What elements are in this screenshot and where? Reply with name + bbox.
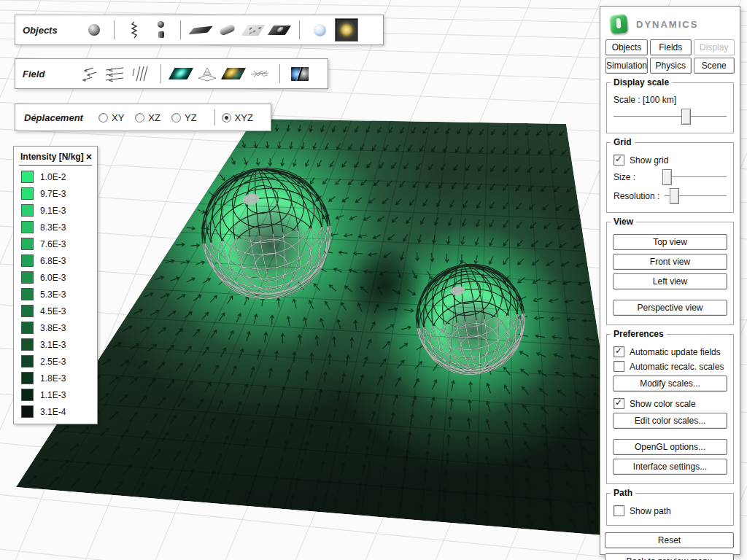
displacement-option-yz[interactable]: YZ	[171, 112, 197, 123]
particle-plate-object-icon[interactable]	[242, 19, 264, 41]
top-view-button[interactable]: Top view	[613, 234, 727, 250]
opengl-options-button[interactable]: OpenGL options...	[613, 439, 727, 455]
grid-group: Grid Show grid Size : Resolution :	[606, 142, 734, 213]
grid-size-slider[interactable]	[664, 169, 727, 184]
slider-track[interactable]	[614, 116, 727, 117]
show-grid-checkbox[interactable]	[614, 155, 624, 166]
radio-icon[interactable]	[171, 113, 181, 122]
legend-value: 3.1E-3	[40, 340, 66, 350]
legend-value: 9.1E-3	[40, 206, 66, 216]
application-window: Objects Field	[0, 0, 747, 560]
preferences-group: Preferences Automatic update fields Auto…	[606, 334, 734, 484]
field-lines-field-icon[interactable]	[104, 63, 125, 85]
edit-color-scales-button[interactable]: Edit color scales...	[613, 413, 727, 429]
legend-color-swatch	[21, 171, 34, 183]
nav-scene-button[interactable]: Scene	[694, 58, 735, 74]
shadow-right	[437, 293, 510, 366]
intensity-plane-field-icon[interactable]	[170, 63, 192, 85]
sphere-object-icon[interactable]	[83, 19, 105, 41]
automatic-update-fields-checkbox[interactable]	[614, 346, 624, 357]
parallel-lines-field-icon[interactable]	[130, 63, 152, 85]
left-view-button[interactable]: Left view	[613, 273, 727, 289]
radio-icon[interactable]	[135, 113, 144, 122]
intensity-plane-yellow-field-icon[interactable]	[222, 63, 244, 85]
nav-buttons: ObjectsFieldsDisplaySimulationPhysicsSce…	[605, 39, 735, 74]
radio-label[interactable]: XZ	[148, 112, 160, 123]
spring-object-icon[interactable]	[123, 19, 145, 41]
front-view-button[interactable]: Front view	[613, 254, 727, 270]
objects-toolbar-label: Objects	[23, 25, 81, 36]
slider-thumb[interactable]	[670, 188, 679, 204]
slider-thumb[interactable]	[681, 109, 691, 125]
legend-value: 6.0E-3	[40, 273, 66, 283]
legend-entry: 3.1E-4	[14, 403, 97, 420]
reset-button[interactable]: Reset	[605, 532, 734, 548]
legend-close-button[interactable]: ×	[86, 153, 92, 160]
displacement-option-xyz[interactable]: XYZ	[222, 112, 253, 123]
legend-entry: 2.5E-3	[14, 353, 97, 370]
legend-value: 4.5E-3	[40, 306, 66, 316]
nav-fields-button[interactable]: Fields	[650, 39, 691, 55]
legend-color-swatch	[21, 238, 34, 250]
show-path-checkbox[interactable]	[614, 505, 624, 516]
field-lines-icon	[104, 65, 125, 82]
grid-title: Grid	[611, 137, 635, 147]
split-display-field-icon[interactable]	[289, 63, 311, 85]
legend-value: 1.1E-3	[40, 390, 66, 400]
preferences-title: Preferences	[611, 329, 667, 339]
show-color-scale-checkbox[interactable]	[614, 398, 624, 409]
radio-icon[interactable]	[222, 113, 231, 122]
display-scale-group: Display scale Scale : [100 km]	[606, 82, 734, 133]
scale-label: Scale : [100 km]	[614, 95, 676, 105]
legend-entry: 7.6E-3	[14, 236, 97, 252]
glowing-sphere-object-icon[interactable]	[335, 18, 358, 42]
radio-label[interactable]: XYZ	[235, 112, 253, 123]
nav-physics-button[interactable]: Physics	[650, 58, 691, 74]
show-grid-label[interactable]: Show grid	[630, 155, 668, 166]
automatic-recalc-scales-label[interactable]: Automatic recalc. scales	[630, 362, 724, 372]
legend-color-swatch	[21, 305, 34, 317]
radio-label[interactable]: XY	[112, 112, 124, 123]
legend-color-swatch	[21, 288, 34, 300]
legend-color-swatch	[21, 204, 34, 217]
vector-arrows-field-icon[interactable]	[77, 63, 99, 85]
nav-simulation-button[interactable]: Simulation	[605, 58, 648, 74]
displacement-option-xy[interactable]: XY	[98, 112, 124, 123]
radio-label[interactable]: YZ	[185, 112, 197, 123]
plate-object-icon[interactable]	[190, 19, 212, 41]
nav-objects-button[interactable]: Objects	[605, 39, 648, 55]
grid-resolution-label: Resolution :	[614, 191, 659, 201]
surface-peak-icon	[197, 65, 217, 82]
show-color-scale-label[interactable]: Show color scale	[630, 399, 696, 409]
displacement-toolbar: Déplacement XYXZYZXYZ	[15, 104, 271, 131]
toolbar-separator	[279, 64, 280, 83]
path-title: Path	[611, 488, 635, 498]
plate-with-ball-object-icon[interactable]	[268, 19, 290, 41]
surface-peak-field-icon[interactable]	[196, 63, 218, 85]
slider-track[interactable]	[664, 176, 727, 177]
legend-value: 7.6E-3	[40, 239, 66, 249]
radio-icon[interactable]	[98, 113, 108, 122]
glossy-sphere-object-icon[interactable]	[309, 19, 330, 41]
toolbar-separator	[180, 20, 181, 39]
grid-resolution-slider[interactable]	[665, 188, 727, 203]
automatic-recalc-scales-checkbox[interactable]	[614, 361, 624, 372]
toolbar-separator	[160, 64, 161, 83]
interface-settings-button[interactable]: Interface settings...	[613, 459, 727, 475]
modify-scales-button[interactable]: Modify scales...	[613, 376, 727, 392]
show-path-label[interactable]: Show path	[630, 506, 671, 516]
vector-arrows-icon	[79, 65, 98, 82]
ball-and-cylinder-object-icon[interactable]	[150, 19, 171, 41]
automatic-update-fields-label[interactable]: Automatic update fields	[630, 347, 721, 357]
display-scale-slider[interactable]	[614, 109, 727, 124]
nav-display-button: Display	[694, 39, 735, 55]
cylinder-object-icon[interactable]	[216, 19, 238, 41]
perspective-view-button[interactable]: Perspective view	[613, 300, 727, 316]
legend-color-swatch	[21, 389, 34, 401]
legend-entry: 3.1E-3	[14, 336, 97, 353]
surface-wave-field-icon[interactable]	[249, 63, 271, 85]
legend-title: Intensity [N/kg]	[20, 152, 84, 162]
displacement-option-xz[interactable]: XZ	[135, 112, 160, 123]
back-to-preview-menu-button[interactable]: Back to preview menu	[605, 553, 734, 560]
slider-thumb[interactable]	[662, 169, 672, 185]
